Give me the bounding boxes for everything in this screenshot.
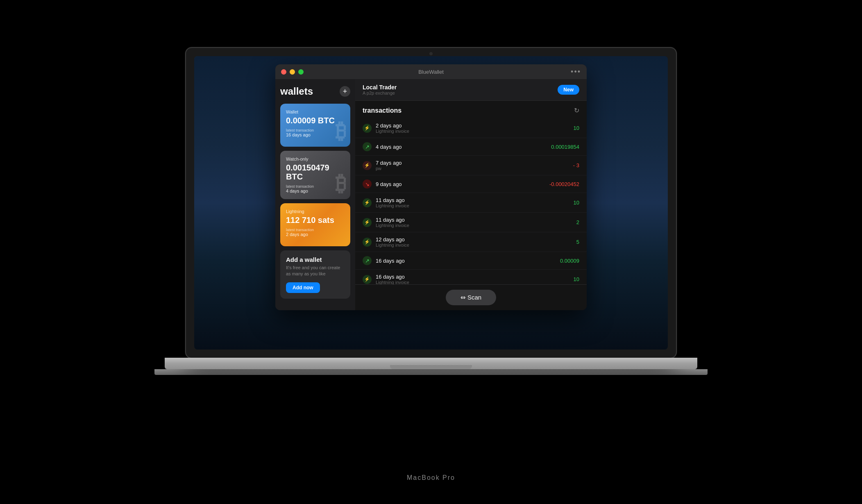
- tx-amount: 10: [574, 276, 579, 282]
- macbook-label: MacBook Pro: [407, 474, 455, 481]
- minimize-button[interactable]: [290, 69, 295, 75]
- transactions-list: ⚡ 2 days ago Lightning invoice 10 ↗: [355, 118, 587, 284]
- add-wallet-button[interactable]: +: [340, 86, 350, 97]
- screen-content: BlueWallet ••• wallets + Wallet: [194, 56, 668, 350]
- add-wallet-title: Add a wallet: [286, 256, 345, 263]
- new-badge[interactable]: New: [558, 85, 579, 95]
- tx-date: 11 days ago: [376, 197, 569, 203]
- tx-amount: 0.00009: [560, 258, 579, 264]
- sidebar-title: wallets: [280, 86, 313, 97]
- receive-icon: ↗: [363, 142, 372, 151]
- tx-date: 4 days ago: [376, 144, 547, 150]
- add-wallet-description: It's free and you can create as many as …: [286, 265, 345, 277]
- camera: [429, 52, 433, 55]
- table-row[interactable]: ⚡ 16 days ago Lightning invoice 10: [355, 270, 587, 284]
- sidebar: wallets + Wallet 0.00009 BTC latest tran…: [275, 79, 355, 310]
- tx-date: 16 days ago: [376, 274, 569, 280]
- tx-info: 9 days ago: [376, 181, 545, 187]
- lightning-icon: ⚡: [363, 238, 372, 247]
- transactions-header: transactions ↻: [355, 101, 587, 118]
- tx-info: 7 days ago pw: [376, 160, 569, 171]
- wallet-card-watchonly[interactable]: Watch-only 0.00150479 BTC latest transac…: [280, 151, 350, 199]
- wallet-card-btc[interactable]: Wallet 0.00009 BTC latest transaction 16…: [280, 104, 350, 147]
- close-button[interactable]: [281, 69, 286, 75]
- scan-bar: ⇔ Scan: [355, 284, 587, 310]
- wallet-card-lightning[interactable]: Lightning 112 710 sats latest transactio…: [280, 203, 350, 246]
- table-row[interactable]: ↘ 9 days ago -0.00020452: [355, 175, 587, 193]
- tx-date: 12 days ago: [376, 236, 572, 243]
- tx-info: 16 days ago: [376, 258, 556, 264]
- tx-amount: 10: [574, 200, 579, 206]
- table-row[interactable]: ⚡ 2 days ago Lightning invoice 10: [355, 118, 587, 138]
- tx-label: Lightning invoice: [376, 129, 569, 134]
- lightning-icon: ⚡: [363, 198, 372, 207]
- tx-info: 12 days ago Lightning invoice: [376, 236, 572, 247]
- tx-info: 11 days ago Lightning invoice: [376, 197, 569, 208]
- wallet-amount-lightning: 112 710 sats: [286, 216, 345, 225]
- macbook-feet: MacBook Pro: [154, 369, 708, 375]
- local-trader-info: Local Trader A p2p exchange: [363, 84, 397, 95]
- tx-date: 7 days ago: [376, 160, 569, 166]
- table-row[interactable]: ⚡ 12 days ago Lightning invoice 5: [355, 232, 587, 252]
- local-trader-title: Local Trader: [363, 84, 397, 91]
- tx-amount: - 3: [573, 162, 579, 168]
- fullscreen-button[interactable]: [298, 69, 304, 75]
- receive-icon: ↗: [363, 256, 372, 265]
- window-title: BlueWallet: [418, 69, 444, 75]
- table-row[interactable]: ⚡ 11 days ago Lightning invoice 10: [355, 193, 587, 213]
- tx-amount: 5: [576, 239, 579, 245]
- right-panel: Local Trader A p2p exchange New transact…: [355, 79, 587, 310]
- tx-amount: -0.00020452: [549, 181, 579, 187]
- sidebar-header: wallets +: [280, 86, 350, 97]
- wallet-label-lightning: Lightning: [286, 209, 345, 214]
- lightning-icon: ⚡: [363, 275, 372, 284]
- more-menu-button[interactable]: •••: [571, 68, 581, 76]
- table-row[interactable]: ↗ 4 days ago 0.00019854: [355, 138, 587, 156]
- add-wallet-card: Add a wallet It's free and you can creat…: [280, 250, 350, 299]
- tx-info: 16 days ago Lightning invoice: [376, 274, 569, 284]
- tx-label: Lightning invoice: [376, 280, 569, 284]
- transactions-title: transactions: [363, 107, 402, 114]
- macbook-bottom-bar: [165, 358, 697, 369]
- table-row[interactable]: ⚡ 11 days ago Lightning invoice 2: [355, 213, 587, 232]
- scan-button[interactable]: ⇔ Scan: [446, 290, 496, 305]
- title-bar: BlueWallet •••: [275, 64, 587, 79]
- local-trader-banner: Local Trader A p2p exchange New: [355, 79, 587, 101]
- tx-date: 16 days ago: [376, 258, 556, 264]
- lightning-icon: ⚡: [363, 124, 372, 133]
- send-icon: ⚡: [363, 161, 372, 170]
- wallet-label-watchonly: Watch-only: [286, 157, 345, 161]
- tx-amount: 10: [574, 125, 579, 131]
- wallet-date-lightning: 2 days ago: [286, 232, 345, 237]
- tx-label: Lightning invoice: [376, 223, 572, 228]
- tx-label: Lightning invoice: [376, 243, 572, 247]
- tx-info: 11 days ago Lightning invoice: [376, 217, 572, 228]
- macbook-notch: [390, 365, 472, 369]
- wallet-label-btc: Wallet: [286, 109, 345, 114]
- send-icon: ↘: [363, 179, 372, 188]
- lightning-icon: ⚡: [363, 218, 372, 227]
- table-row[interactable]: ⚡ 7 days ago pw - 3: [355, 156, 587, 175]
- table-row[interactable]: ↗ 16 days ago 0.00009: [355, 252, 587, 270]
- tx-label: pw: [376, 166, 569, 171]
- tx-amount: 0.00019854: [551, 144, 579, 150]
- traffic-lights: [281, 69, 304, 75]
- macbook-outer: BlueWallet ••• wallets + Wallet: [136, 47, 726, 457]
- tx-info: 4 days ago: [376, 144, 547, 150]
- wallet-latest-label-lightning: latest transaction: [286, 228, 345, 232]
- local-trader-subtitle: A p2p exchange: [363, 91, 397, 95]
- refresh-icon[interactable]: ↻: [574, 107, 579, 114]
- tx-info: 2 days ago Lightning invoice: [376, 123, 569, 134]
- tx-date: 2 days ago: [376, 123, 569, 129]
- tx-date: 11 days ago: [376, 217, 572, 223]
- tx-amount: 2: [576, 219, 579, 225]
- app-body: wallets + Wallet 0.00009 BTC latest tran…: [275, 79, 587, 310]
- tx-date: 9 days ago: [376, 181, 545, 187]
- add-now-button[interactable]: Add now: [286, 282, 320, 293]
- btc-icon-2: ₿: [336, 171, 346, 196]
- btc-icon-1: ₿: [336, 119, 346, 143]
- tx-label: Lightning invoice: [376, 203, 569, 208]
- screen-bezel: BlueWallet ••• wallets + Wallet: [185, 47, 677, 359]
- app-window: BlueWallet ••• wallets + Wallet: [275, 64, 587, 310]
